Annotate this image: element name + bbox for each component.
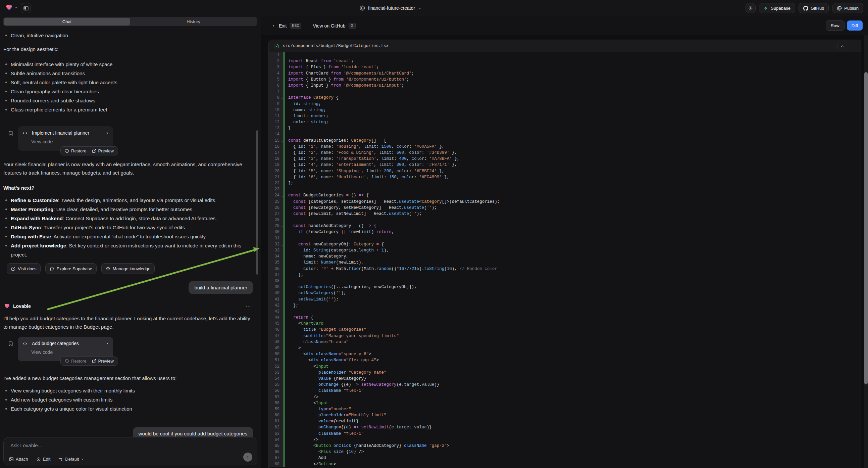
code-line: 17 { id: '2', name: 'Food & Dining', lim… xyxy=(269,150,861,156)
code-line: 63 className="flex-1" xyxy=(269,431,861,437)
sidebar-panel-icon xyxy=(23,5,29,11)
user-message-bubble: build a financial planner xyxy=(189,281,253,294)
code-line: 25 const [categories, setCategories] = R… xyxy=(269,199,861,205)
code-line: 62 onChange={(e) => setNewLimit(e.target… xyxy=(269,425,861,430)
message-menu-button[interactable]: ··· xyxy=(246,303,252,309)
restore-button[interactable]: Restore xyxy=(65,358,87,363)
code-line: 51 <div className="flex gap-4"> xyxy=(269,357,861,363)
code-line: 57 /> xyxy=(269,394,861,400)
list-item: Each category gets a unique color for vi… xyxy=(3,404,254,413)
added-bullet-list: View existing budget categories with the… xyxy=(3,386,254,413)
code-line: 33 id: String(categories.length + 1), xyxy=(269,247,861,254)
edit-button[interactable]: Edit xyxy=(36,457,50,462)
publish-label: Publish xyxy=(844,6,859,11)
code-line: 3import { Plus } from 'lucide-react'; xyxy=(269,64,861,70)
code-line: 68 </Button> xyxy=(269,461,861,467)
view-code-link[interactable]: View code xyxy=(31,139,53,144)
back-chevron-icon xyxy=(272,24,276,28)
whats-next-heading: What's next? xyxy=(3,185,35,191)
code-line: 61 value={newLimit} xyxy=(269,418,861,425)
mode-label: Default xyxy=(65,457,79,462)
explore-supabase-label: Explore Supabase xyxy=(56,266,92,271)
code-panel: Exit ESC View on GitHub G Raw Diff src/c… xyxy=(261,16,868,468)
chevron-up-icon xyxy=(840,44,844,48)
supabase-button[interactable]: Supabase xyxy=(759,3,795,13)
manage-knowledge-button[interactable]: Manage knowledge xyxy=(101,263,155,274)
chat-scrollbar-thumb[interactable] xyxy=(256,130,258,274)
lovable-menu-button[interactable] xyxy=(5,4,18,11)
design-heading: For the design aesthetic: xyxy=(3,46,58,52)
code-line: 24⌄const BudgetCategories = () => { xyxy=(269,193,861,198)
bookmark-icon[interactable] xyxy=(8,130,13,137)
code-line: 60 placeholder="Monthly limit" xyxy=(269,412,861,418)
list-item: Clean, intuitive navigation xyxy=(3,31,253,40)
send-button[interactable]: ↑ xyxy=(243,452,252,462)
code-line: 41 setNewLimit(''); xyxy=(269,296,861,302)
whats-next-list: Refine & Customize: Tweak the design, an… xyxy=(3,196,254,259)
project-switcher[interactable]: financial-future-creator xyxy=(360,0,422,16)
file-path: src/components/budget/BudgetCategories.t… xyxy=(283,43,389,48)
list-item: Rounded corners and subtle shadows xyxy=(3,96,253,105)
version-actions: Restore Preview xyxy=(60,146,118,155)
mode-selector[interactable]: Default xyxy=(58,457,84,462)
tab-chat[interactable]: Chat xyxy=(4,18,130,26)
restore-button[interactable]: Restore xyxy=(65,148,87,153)
supabase-label: Supabase xyxy=(771,6,790,11)
list-item: View existing budget categories with the… xyxy=(3,386,254,395)
version-title: Add budget categories xyxy=(32,341,79,346)
code-line: 56 className="flex-1" xyxy=(269,388,861,394)
visit-docs-button[interactable]: Visit docs xyxy=(7,263,40,274)
toggle-sidebar-button[interactable] xyxy=(21,3,31,13)
settings-button[interactable] xyxy=(746,3,755,13)
file-header[interactable]: src/components/budget/BudgetCategories.t… xyxy=(269,40,861,52)
preview-label: Preview xyxy=(98,148,114,153)
list-item: Add project knowledge: Set key context o… xyxy=(3,241,254,259)
preview-button[interactable]: Preview xyxy=(92,358,114,363)
preview-button[interactable]: Preview xyxy=(92,148,114,153)
github-button[interactable]: GitHub xyxy=(799,3,829,13)
code-line: 38 xyxy=(269,278,861,284)
code-scrollbar-track[interactable] xyxy=(864,35,868,468)
view-on-github-button[interactable]: View on GitHub xyxy=(313,23,345,29)
chat-input-box[interactable]: Ask Lovable... Attach Edit Default ↑ xyxy=(3,437,257,465)
explore-supabase-button[interactable]: Explore Supabase xyxy=(45,263,96,274)
exit-button[interactable]: Exit xyxy=(279,23,286,29)
publish-button[interactable]: Publish xyxy=(832,3,863,13)
code-line: 19 { id: '4', name: 'Entertainment', lim… xyxy=(269,162,861,168)
bookmark-icon[interactable] xyxy=(8,341,13,347)
code-line: 58 <Input xyxy=(269,400,861,406)
target-icon xyxy=(36,457,41,462)
view-code-link[interactable]: View code xyxy=(31,350,53,355)
fold-chevron-icon: ⌄ xyxy=(281,223,283,229)
restore-icon xyxy=(65,359,69,363)
supabase-icon xyxy=(764,6,768,10)
code-line: 10 name: string; xyxy=(269,107,861,113)
fold-chevron-icon: ⌄ xyxy=(281,242,283,248)
external-link-icon xyxy=(92,359,96,363)
raw-toggle-button[interactable]: Raw xyxy=(826,21,844,31)
globe-icon xyxy=(360,5,365,11)
chevron-down-icon xyxy=(15,6,18,9)
tab-history[interactable]: History xyxy=(130,18,257,26)
code-line: 20 { id: '5', name: 'Shopping', limit: 2… xyxy=(269,168,861,174)
publish-globe-icon xyxy=(837,6,842,11)
list-item: Refine & Customize: Tweak the design, an… xyxy=(3,196,254,205)
list-item: Subtle animations and transitions xyxy=(3,69,253,78)
list-item: Expand with Backend: Connect Supabase to… xyxy=(3,214,254,223)
code-line: 12 color: string; xyxy=(269,119,861,125)
code-scrollbar-thumb[interactable] xyxy=(864,72,868,384)
code-line: 4import ChartCard from '@/components/ui/… xyxy=(269,70,861,77)
collapse-file-button[interactable] xyxy=(837,41,847,50)
code-line: 5import { Button } from '@/components/ui… xyxy=(269,77,861,83)
gear-icon xyxy=(748,5,753,11)
code-icon xyxy=(23,131,28,135)
code-line: 30 if (!newCategory || !newLimit) return… xyxy=(269,229,861,235)
attach-button[interactable]: Attach xyxy=(9,457,28,462)
restore-label: Restore xyxy=(71,148,87,153)
g-key-badge: G xyxy=(349,23,355,29)
diff-toggle-button[interactable]: Diff xyxy=(847,21,863,31)
lovable-logo-icon xyxy=(4,303,10,309)
code-line: 55 onChange={(e) => setNewCategory(e.tar… xyxy=(269,382,861,388)
chevron-down-icon xyxy=(81,458,84,461)
code-line: 26 const [newCategory, setNewCategory] =… xyxy=(269,205,861,211)
